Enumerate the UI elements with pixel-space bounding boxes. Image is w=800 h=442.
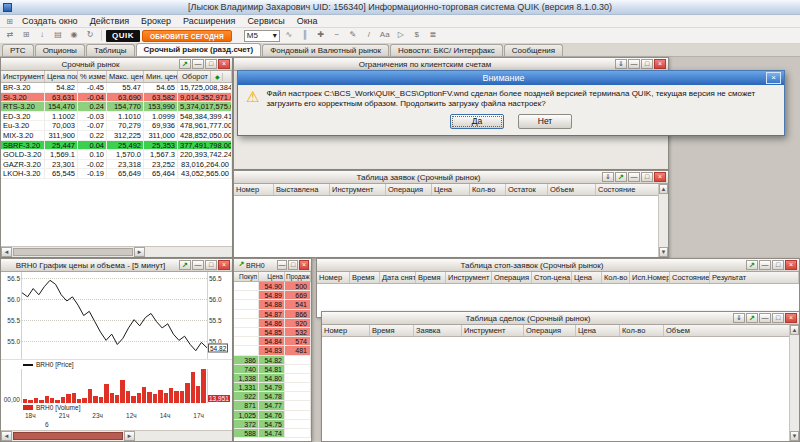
yes-button[interactable]: Да <box>450 114 504 129</box>
layers-icon[interactable]: ≣ <box>426 29 440 42</box>
menu-extensions[interactable]: Расширения <box>177 15 241 27</box>
scroll-thumb[interactable] <box>13 432 123 440</box>
minimize-button[interactable]: — <box>759 313 771 323</box>
table-row[interactable]: LKOH-3.2065,545-0.1965,64965,46443,052,5… <box>1 169 232 179</box>
book-row[interactable]: 54.83481 <box>234 346 311 355</box>
maximize-button[interactable]: □ <box>641 172 653 182</box>
column-header[interactable]: Продаж <box>285 272 311 281</box>
maximize-button[interactable]: □ <box>641 59 653 69</box>
trades-window-titlebar[interactable]: Таблица сделок (Срочный рынок) ⇓ ↗ — □ × <box>322 312 799 325</box>
column-header[interactable]: Оборот◆ <box>178 71 232 82</box>
dialog-titlebar[interactable]: Внимание × <box>238 71 784 85</box>
menu-create-window[interactable]: Создать окно <box>16 15 84 27</box>
column-header[interactable]: Инструмент <box>462 325 524 336</box>
column-header[interactable]: Цена <box>259 272 285 281</box>
column-header[interactable]: Номер <box>322 325 370 336</box>
print-icon[interactable]: ▤ <box>51 29 65 42</box>
book-row[interactable]: 37254.75 <box>234 420 311 429</box>
table-row[interactable]: RTS-3.20154,4700.24154,770153,9905,374,0… <box>1 102 232 112</box>
close-button[interactable]: × <box>785 313 797 323</box>
column-header[interactable]: Цена <box>432 184 470 195</box>
book-row[interactable]: 54.89669 <box>234 291 311 300</box>
column-header[interactable]: Кол-во <box>620 325 664 336</box>
menu-actions[interactable]: Действия <box>84 15 135 27</box>
chart-line-icon[interactable]: ∿ <box>282 29 296 42</box>
new-chart-icon[interactable]: ↗ <box>746 260 758 270</box>
price-plot[interactable] <box>21 272 208 359</box>
tab-messages[interactable]: Сообщения <box>504 44 563 56</box>
zoom-out-icon[interactable]: − <box>330 29 344 42</box>
maximize-button[interactable]: □ <box>205 59 217 69</box>
futures-window-titlebar[interactable]: Срочный рынок ↗ — □ × <box>1 58 232 71</box>
minimize-button[interactable]: — <box>192 260 204 270</box>
column-header[interactable]: Результат <box>710 272 799 283</box>
column-header[interactable]: Покуп <box>234 272 259 281</box>
close-button[interactable]: × <box>218 59 230 69</box>
column-header[interactable]: Дата снят. <box>380 272 416 283</box>
column-header[interactable]: Заявка <box>414 325 462 336</box>
maximize-button[interactable]: □ <box>205 260 217 270</box>
table-row[interactable]: ED-3.201.1002-0.031.10101.0999548,384,39… <box>1 112 232 122</box>
tab-news[interactable]: Новости: БКС/ Интерфакс <box>390 44 503 56</box>
column-header[interactable]: Инструмент <box>330 184 386 195</box>
scroll-up-icon[interactable]: ▲ <box>790 325 799 335</box>
book-row[interactable]: 54.85532 <box>234 328 311 337</box>
book-row[interactable]: 54.87866 <box>234 310 311 319</box>
scroll-up-icon[interactable]: ▲ <box>659 184 668 194</box>
column-header[interactable]: Операция <box>492 272 532 283</box>
tab-stock-currency-market[interactable]: Фондовый и Валютный рынок <box>262 44 389 56</box>
close-button[interactable]: × <box>654 172 666 182</box>
column-header[interactable]: Стоп-цена <box>532 272 572 283</box>
stop-window-titlebar[interactable]: Таблица стоп-заявок (Срочный рынок) ↗ — … <box>317 259 799 272</box>
menu-services[interactable]: Сервисы <box>241 15 290 27</box>
system-menu-icon[interactable]: ⊞ <box>3 17 16 26</box>
book-row[interactable]: 92254.78 <box>234 392 311 401</box>
settings-icon[interactable]: ◉ <box>67 29 81 42</box>
book-row[interactable]: 74054.81 <box>234 365 311 374</box>
maximize-button[interactable]: □ <box>772 260 784 270</box>
book-row[interactable]: 1,02554.76 <box>234 411 311 420</box>
menu-windows[interactable]: Окна <box>291 15 324 27</box>
new-chart-icon[interactable]: ↗ <box>179 59 191 69</box>
table-row[interactable]: MIX-3.20311,9000.22312,225311,000428,852… <box>1 131 232 141</box>
column-header[interactable]: Цена <box>576 325 620 336</box>
maximize-button[interactable]: □ <box>288 260 298 270</box>
close-icon[interactable]: × <box>766 72 781 84</box>
scroll-thumb[interactable] <box>13 248 133 256</box>
no-button[interactable]: Нет <box>518 114 572 129</box>
column-header[interactable]: Время <box>350 272 380 283</box>
download-icon[interactable]: ⇓ <box>615 59 627 69</box>
minimize-button[interactable]: — <box>759 260 771 270</box>
column-header[interactable]: Время <box>370 325 414 336</box>
currency-icon[interactable]: $ <box>410 29 424 42</box>
book-row[interactable]: 54.90500 <box>234 282 311 291</box>
maximize-button[interactable]: □ <box>772 313 784 323</box>
close-button[interactable]: × <box>785 260 797 270</box>
scroll-left-icon[interactable]: ◄ <box>1 247 12 257</box>
minimize-button[interactable]: — <box>628 59 640 69</box>
column-header[interactable]: Номер <box>234 184 274 195</box>
tab-rts[interactable]: РТС <box>2 44 34 56</box>
candlestick-icon[interactable]: ║ <box>298 29 312 42</box>
table-row[interactable]: Eu-3.2070,003-0.0770,27969,936478,961,77… <box>1 121 232 131</box>
tab-tables[interactable]: Таблицы <box>86 44 135 56</box>
update-today-button[interactable]: ОБНОВИТЕ СЕГОДНЯ <box>142 30 232 42</box>
book-row[interactable]: 38654.82 <box>234 356 311 365</box>
column-header[interactable]: Операция <box>524 325 576 336</box>
table-row[interactable]: SBRF-3.2025,4470.0425,49225,353377,491,7… <box>1 141 232 151</box>
volume-bars[interactable] <box>21 369 208 403</box>
new-chart-icon[interactable]: ↗ <box>615 172 627 182</box>
table-row[interactable]: Si-3.2063,631-0.0463,69063,5829,014,352,… <box>1 93 232 103</box>
chart-window-titlebar[interactable]: BRH0 График цены и объема - [5 минут] ↗ … <box>1 259 232 272</box>
column-header[interactable]: Операция <box>386 184 432 195</box>
tab-futures-market[interactable]: Срочный рынок (разд.счет) <box>136 43 262 56</box>
scroll-down-icon[interactable]: ▼ <box>659 247 668 257</box>
book-row[interactable]: 54.88541 <box>234 300 311 309</box>
column-header[interactable]: Номер <box>317 272 350 283</box>
new-window-icon[interactable]: ⊞ <box>19 29 33 42</box>
download-icon[interactable]: ⇓ <box>602 172 614 182</box>
column-header[interactable]: Объем <box>548 184 596 195</box>
column-header[interactable]: % измен. <box>78 71 107 82</box>
new-chart-icon[interactable]: ↗ <box>746 313 758 323</box>
table-row[interactable]: GOLD-3.201,569.10.101,570.01,567.3220,39… <box>1 150 232 160</box>
